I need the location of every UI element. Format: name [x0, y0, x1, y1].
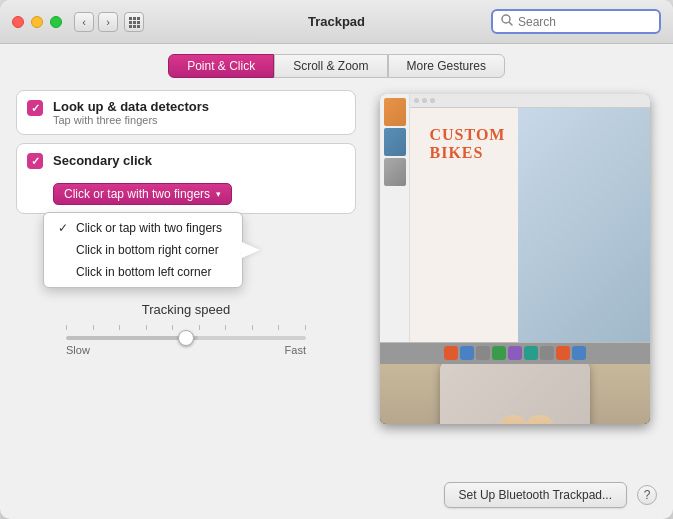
dropdown-item-bottom-left[interactable]: Click in bottom left corner [44, 261, 242, 283]
svg-line-10 [510, 23, 513, 26]
tabs-bar: Point & Click Scroll & Zoom More Gesture… [0, 44, 673, 84]
dock-icon [556, 346, 570, 360]
tick [278, 325, 279, 330]
secondary-click-checkbox[interactable]: ✓ [27, 153, 43, 169]
tick [119, 325, 120, 330]
help-button[interactable]: ? [637, 485, 657, 505]
content-area: ✓ Look up & data detectors Tap with thre… [0, 84, 673, 471]
preview-content-area: CUSTOMBIKES [410, 108, 650, 342]
dock-icon [540, 346, 554, 360]
svg-rect-7 [133, 25, 136, 28]
fullscreen-button[interactable] [50, 16, 62, 28]
trackpad-surface [440, 364, 590, 425]
titlebar: ‹ › Trackpad [0, 0, 673, 44]
right-panel: CUSTOMBIKES [372, 90, 657, 471]
svg-rect-6 [129, 25, 132, 28]
svg-rect-3 [129, 21, 132, 24]
tick [146, 325, 147, 330]
dock-icon [444, 346, 458, 360]
secondary-click-setting-row: ✓ Secondary click Click or tap with two … [16, 143, 356, 214]
slider-thumb[interactable] [178, 330, 194, 346]
tracking-speed-slider[interactable] [66, 336, 306, 340]
tick [252, 325, 253, 330]
dropdown-menu: ✓ Click or tap with two fingers Click in… [43, 212, 243, 288]
tab-point-click[interactable]: Point & Click [168, 54, 274, 78]
dropdown-option-label: Click in bottom right corner [76, 243, 219, 257]
preview-screen: CUSTOMBIKES [380, 94, 650, 342]
dropdown-pointer [242, 242, 260, 258]
tick [305, 325, 306, 330]
dropdown-item-bottom-right[interactable]: Click in bottom right corner [44, 239, 242, 261]
custom-bikes-text: CUSTOMBIKES [430, 126, 506, 161]
preview-bike-image [518, 108, 650, 342]
preview-thumb-1 [384, 98, 406, 126]
tab-scroll-zoom[interactable]: Scroll & Zoom [274, 54, 387, 78]
grid-button[interactable] [124, 12, 144, 32]
lookup-setting-row: ✓ Look up & data detectors Tap with thre… [16, 90, 356, 135]
check-icon: ✓ [31, 155, 40, 168]
dock-icon [460, 346, 474, 360]
dropdown-option-label: Click or tap with two fingers [76, 221, 222, 235]
tick [93, 325, 94, 330]
svg-rect-4 [133, 21, 136, 24]
empty-check-icon [58, 243, 70, 257]
traffic-lights [12, 16, 62, 28]
preview-sidebar [380, 94, 410, 342]
dock-icon [492, 346, 506, 360]
preview-header-bar [410, 94, 650, 108]
lookup-text: Look up & data detectors Tap with three … [53, 99, 209, 126]
window-title: Trackpad [308, 14, 365, 29]
bottom-bar: Set Up Bluetooth Trackpad... ? [0, 471, 673, 519]
search-box[interactable] [491, 9, 661, 34]
preview-thumb-2 [384, 128, 406, 156]
lookup-checkbox[interactable]: ✓ [27, 100, 43, 116]
svg-rect-1 [133, 17, 136, 20]
empty-check-icon [58, 265, 70, 279]
slider-container: Slow Fast [16, 325, 356, 356]
svg-rect-2 [137, 17, 140, 20]
dock-icon [572, 346, 586, 360]
window: ‹ › Trackpad [0, 0, 673, 519]
search-input[interactable] [518, 15, 651, 29]
minimize-button[interactable] [31, 16, 43, 28]
left-panel: ✓ Look up & data detectors Tap with thre… [16, 90, 356, 471]
svg-rect-5 [137, 21, 140, 24]
selected-check-icon: ✓ [58, 221, 70, 235]
preview-dock [380, 342, 650, 364]
secondary-click-title: Secondary click [53, 153, 152, 168]
svg-point-9 [502, 15, 510, 23]
preview-thumb-3 [384, 158, 406, 186]
setup-bluetooth-button[interactable]: Set Up Bluetooth Trackpad... [444, 482, 627, 508]
nav-buttons: ‹ › [74, 12, 118, 32]
lookup-title: Look up & data detectors [53, 99, 209, 114]
close-button[interactable] [12, 16, 24, 28]
tracking-section: Tracking speed [16, 302, 356, 356]
preview-dot [422, 98, 427, 103]
lookup-subtitle: Tap with three fingers [53, 114, 209, 126]
finger-2 [496, 414, 526, 424]
preview-dot [430, 98, 435, 103]
tracking-label: Tracking speed [16, 302, 356, 317]
dock-icon [508, 346, 522, 360]
tick [172, 325, 173, 330]
check-icon: ✓ [31, 102, 40, 115]
slow-label: Slow [66, 344, 90, 356]
search-icon [501, 14, 513, 29]
dock-icon [524, 346, 538, 360]
tick [66, 325, 67, 330]
finger-1 [524, 414, 557, 424]
tab-more-gestures[interactable]: More Gestures [388, 54, 505, 78]
preview-dot [414, 98, 419, 103]
fast-label: Fast [285, 344, 306, 356]
back-button[interactable]: ‹ [74, 12, 94, 32]
forward-button[interactable]: › [98, 12, 118, 32]
dock-icon [476, 346, 490, 360]
svg-rect-0 [129, 17, 132, 20]
secondary-click-dropdown[interactable]: Click or tap with two fingers ▾ [53, 183, 232, 205]
tick [199, 325, 200, 330]
secondary-top: ✓ Secondary click [27, 152, 152, 169]
trackpad-image [380, 364, 650, 425]
dropdown-item-two-fingers[interactable]: ✓ Click or tap with two fingers [44, 217, 242, 239]
tick [225, 325, 226, 330]
dropdown-label: Click or tap with two fingers [64, 187, 210, 201]
